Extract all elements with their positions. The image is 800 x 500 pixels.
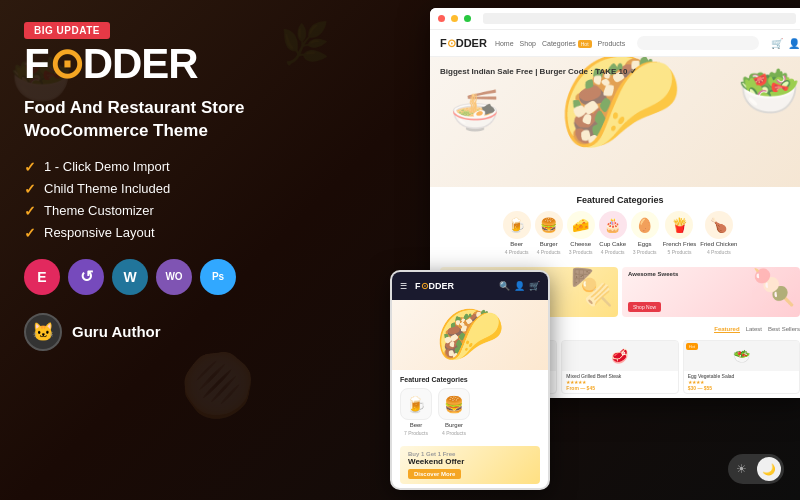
cat-chicken-icon: 🍗 [705, 211, 733, 239]
cat-eggs-icon: 🥚 [631, 211, 659, 239]
mobile-cat-beer-icon: 🍺 [400, 388, 432, 420]
mobile-logo: F⊙DDER [415, 281, 454, 291]
mobile-cat-burger: 🍔 Burger 4 Products [438, 388, 470, 436]
mobile-user-icon: 👤 [514, 281, 525, 291]
feature-item-1: ✓ 1 - Click Demo Import [24, 159, 366, 175]
cat-cupcake: 🎂 Cup Cake 4 Products [599, 211, 627, 255]
sweets-offer-btn: Shop Now [628, 302, 661, 312]
topbar-dot-yellow [451, 15, 458, 22]
mobile-cat-beer: 🍺 Beer 7 Products [400, 388, 432, 436]
guru-icon: 🐱 [24, 313, 62, 351]
mobile-hero-food: 🌮 [436, 302, 505, 367]
mobile-offer-banner: Buy 1 Get 1 Free Weekend Offer Discover … [400, 446, 540, 484]
logo-container: F⊙DDER [24, 43, 366, 85]
topbar-dot-green [464, 15, 471, 22]
hero-text-area: Biggest Indian Sale Free | Burger Code :… [440, 67, 637, 76]
products-tabs: Featured Latest Best Sellers [714, 326, 800, 333]
cat-chicken-count: 4 Products [707, 249, 731, 255]
hero-plate-2: 🍜 [450, 87, 500, 134]
subtitle: Food And Restaurant Store WooCommerce Th… [24, 97, 366, 143]
cat-chicken-name: Fried Chicken [700, 241, 737, 247]
mockup-topbar [430, 8, 800, 30]
tab-featured[interactable]: Featured [714, 326, 739, 333]
update-badge: Big Update [24, 22, 110, 39]
feature-text-1: 1 - Click Demo Import [44, 159, 170, 174]
right-panel: F⊙DDER Home Shop Categories Hot Products… [370, 0, 800, 500]
feature-text-3: Theme Customizer [44, 203, 154, 218]
feature-text-2: Child Theme Included [44, 181, 170, 196]
moon-icon: 🌙 [762, 463, 776, 476]
cat-beer-name: Beer [510, 241, 523, 247]
sweets-emoji: 🍡 [752, 267, 796, 308]
mobile-section-title: Featured Categories [400, 376, 540, 383]
cat-beer-icon: 🍺 [503, 211, 531, 239]
cat-beer: 🍺 Beer 4 Products [503, 211, 531, 255]
cat-cheese-count: 3 Products [569, 249, 593, 255]
mobile-cat-burger-count: 4 Products [442, 430, 466, 436]
mobile-nav-icons: 🔍 👤 🛒 [499, 281, 540, 291]
product-info-3: Egg Vegetable Salad ★★★★ $30 — $55 [684, 371, 799, 393]
nav-link-shop: Shop [520, 40, 536, 47]
subtitle-line1: Food And Restaurant Store [24, 97, 366, 120]
cat-cupcake-name: Cup Cake [599, 241, 626, 247]
mobile-cat-burger-name: Burger [445, 422, 463, 428]
check-icon-1: ✓ [24, 159, 36, 175]
cat-chicken: 🍗 Fried Chicken 4 Products [700, 211, 737, 255]
mobile-cat-beer-count: 7 Products [404, 430, 428, 436]
feature-item-4: ✓ Responsive Layout [24, 225, 366, 241]
feature-item-2: ✓ Child Theme Included [24, 181, 366, 197]
nav-link-categories: Categories Hot [542, 40, 592, 47]
topbar-url-bar [483, 13, 796, 24]
cat-fries-count: 5 Products [668, 249, 692, 255]
cat-eggs-name: Eggs [638, 241, 652, 247]
product-price-3: $30 — $55 [688, 385, 795, 391]
product-card-3: Hot 🥗 Egg Vegetable Salad ★★★★ $30 — $55 [683, 340, 800, 394]
mobile-hamburger-icon: ☰ [400, 282, 407, 291]
sweets-offer-label: Awesome Sweets [628, 271, 678, 277]
logo-o: ⊙ [49, 40, 83, 87]
cat-beer-count: 4 Products [505, 249, 529, 255]
cat-fries: 🍟 French Fries 5 Products [663, 211, 697, 255]
sweets-offer-card: Awesome Sweets 🍡 Shop Now [622, 267, 800, 317]
dark-mode-toggle[interactable]: ☀ 🌙 [728, 454, 784, 484]
mockup-logo: F⊙DDER [440, 37, 487, 50]
product-badge-3: Hot [686, 343, 698, 350]
cat-eggs-count: 3 Products [633, 249, 657, 255]
woocommerce-icon: WO [156, 259, 192, 295]
cat-burger: 🍔 Burger 4 Products [535, 211, 563, 255]
nav-link-products: Products [598, 40, 626, 47]
photoshop-icon: Ps [200, 259, 236, 295]
mockup-hero: 🌮 Biggest Indian Sale Free | Burger Code… [430, 57, 800, 187]
cat-cupcake-icon: 🎂 [599, 211, 627, 239]
subtitle-line2: WooCommerce Theme [24, 120, 366, 143]
tech-icons-row: E ↺ W WO Ps [24, 259, 366, 295]
cat-cheese: 🧀 Cheese 3 Products [567, 211, 595, 255]
featured-categories-title: Featured Categories [440, 195, 800, 205]
left-panel: Big Update F⊙DDER Food And Restaurant St… [0, 0, 390, 500]
cat-fries-icon: 🍟 [665, 211, 693, 239]
product-img-2: 🥩 [562, 341, 677, 371]
elementor-icon: E [24, 259, 60, 295]
tab-latest[interactable]: Latest [746, 326, 762, 333]
product-info-2: Mixed Grilled Beef Steak ★★★★★ From — $4… [562, 371, 677, 393]
wordpress-icon: W [112, 259, 148, 295]
mobile-cat-beer-name: Beer [410, 422, 423, 428]
weekend-offer-emoji: 🍢 [570, 267, 614, 308]
sweets-offer-title: Awesome Sweets [628, 271, 678, 277]
product-card-2: 🥩 Mixed Grilled Beef Steak ★★★★★ From — … [561, 340, 678, 394]
product-price-2: From — $45 [566, 385, 673, 391]
mockup-search [637, 36, 759, 50]
hero-plate-1: 🥗 [738, 62, 800, 120]
feature-text-4: Responsive Layout [44, 225, 155, 240]
tab-bestsellers[interactable]: Best Sellers [768, 326, 800, 333]
mobile-hero: 🌮 [392, 300, 548, 370]
mobile-offer-button[interactable]: Discover More [408, 469, 461, 479]
nav-link-home: Home [495, 40, 514, 47]
toggle-circle: 🌙 [757, 457, 781, 481]
cat-fries-name: French Fries [663, 241, 697, 247]
cart-icon: 🛒 [771, 38, 783, 49]
hero-tagline: Biggest Indian Sale Free | Burger Code :… [440, 67, 637, 76]
mobile-featured-section: Featured Categories 🍺 Beer 7 Products 🍔 … [392, 370, 548, 442]
check-icon-4: ✓ [24, 225, 36, 241]
check-icon-3: ✓ [24, 203, 36, 219]
